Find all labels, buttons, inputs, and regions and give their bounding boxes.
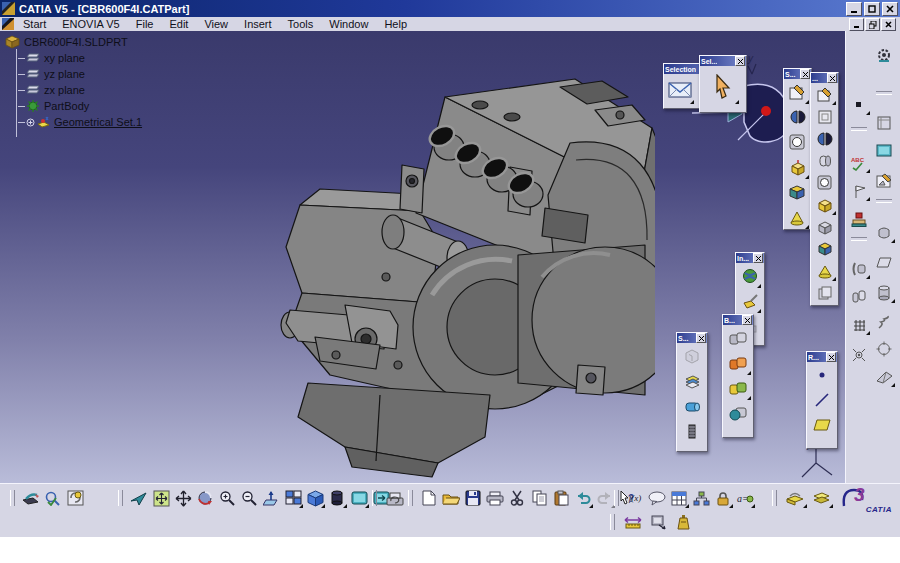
catalog-icon[interactable] <box>783 489 807 508</box>
toolbar-features[interactable]: ... <box>810 72 839 306</box>
toolbar-title-bar[interactable]: In... <box>736 253 764 263</box>
hide-show-icon[interactable] <box>349 489 369 508</box>
menu-file[interactable]: File <box>128 18 162 30</box>
view-split-icon[interactable] <box>787 105 809 129</box>
sketchpad-icon[interactable] <box>873 171 895 191</box>
child-minimize-button[interactable] <box>849 18 864 31</box>
frame-icon[interactable] <box>873 113 895 133</box>
close-icon[interactable] <box>826 352 836 362</box>
toolbar-sketcher[interactable]: S... <box>783 68 812 230</box>
cut-icon[interactable] <box>507 489 527 508</box>
zoom-out-icon[interactable] <box>239 489 259 508</box>
close-icon[interactable] <box>696 333 706 343</box>
target-icon[interactable] <box>848 345 870 365</box>
update-icon[interactable] <box>65 489 85 508</box>
menu-edit[interactable]: Edit <box>161 18 196 30</box>
toolbar-handle[interactable] <box>772 490 777 506</box>
hole-icon[interactable] <box>814 172 836 193</box>
sheet-icon[interactable] <box>873 253 895 273</box>
minimize-button[interactable] <box>846 2 862 16</box>
eraser-icon[interactable] <box>679 394 705 418</box>
maximize-button[interactable] <box>864 2 880 16</box>
explore-icon[interactable] <box>43 489 63 508</box>
toolbar-title-bar[interactable]: ... <box>811 73 838 83</box>
toolbar-title-bar[interactable]: Sel... <box>700 56 746 66</box>
design-table-icon[interactable] <box>669 489 689 508</box>
shading-icon[interactable] <box>327 489 347 508</box>
view-split-icon[interactable] <box>814 128 836 149</box>
tree-item-yz-plane[interactable]: yz plane <box>5 66 142 82</box>
grid-icon[interactable] <box>848 315 870 335</box>
engine-model[interactable] <box>140 65 655 483</box>
tree-root[interactable]: CBR600F4I.SLDPRT <box>5 34 142 50</box>
toolbar-handle[interactable] <box>614 490 619 506</box>
pan-icon[interactable] <box>173 489 193 508</box>
close-button[interactable] <box>882 2 898 16</box>
wedge-icon[interactable] <box>873 367 895 387</box>
toolbar-boolean[interactable]: B... <box>722 314 754 438</box>
remove-icon[interactable] <box>725 376 751 400</box>
pocket-icon[interactable] <box>814 216 836 237</box>
sketch-icon[interactable] <box>814 84 836 105</box>
tree-item-geometrical-set[interactable]: Geometrical Set.1 <box>5 114 142 130</box>
close-icon[interactable] <box>800 69 810 79</box>
tree-item-xy-plane[interactable]: xy plane <box>5 50 142 66</box>
toolbar-title-bar[interactable]: S... <box>677 333 707 343</box>
paint-icon[interactable] <box>21 489 41 508</box>
clamp-icon[interactable] <box>848 259 870 279</box>
toolbar-handle[interactable] <box>372 490 377 506</box>
abc-check-icon[interactable]: ABC <box>848 153 870 173</box>
broom-icon[interactable] <box>739 289 761 313</box>
menu-insert[interactable]: Insert <box>236 18 280 30</box>
graph-icon[interactable] <box>691 489 711 508</box>
tree-item-partbody[interactable]: PartBody <box>5 98 142 114</box>
redo-icon[interactable] <box>595 489 615 508</box>
monitor-icon[interactable] <box>873 141 895 161</box>
toolbar-title-bar[interactable]: S... <box>784 69 811 79</box>
menu-help[interactable]: Help <box>376 18 415 30</box>
toolbar-handle[interactable] <box>610 514 615 530</box>
pages-icon[interactable] <box>814 282 836 303</box>
close-icon[interactable] <box>735 56 745 66</box>
document-icon[interactable] <box>2 18 15 30</box>
envelope-icon[interactable] <box>666 76 694 104</box>
toolbar-reference[interactable]: R... <box>806 351 838 449</box>
equation-icon[interactable]: a= <box>735 489 755 508</box>
tree-item-zx-plane[interactable]: zx plane <box>5 82 142 98</box>
comment-icon[interactable] <box>647 489 667 508</box>
material-cube-icon[interactable] <box>787 180 809 204</box>
title-bar[interactable]: CATIA V5 - [CBR600F4I.CATPart] <box>0 0 900 17</box>
material-cube-icon[interactable] <box>814 238 836 259</box>
save-icon[interactable] <box>463 489 483 508</box>
paste-icon[interactable] <box>551 489 571 508</box>
toolbar-title-bar[interactable]: R... <box>807 352 837 362</box>
menu-enovia[interactable]: ENOVIA V5 <box>54 18 127 30</box>
copy-icon[interactable] <box>529 489 549 508</box>
prism-icon[interactable] <box>873 223 895 243</box>
add-icon[interactable] <box>725 351 751 375</box>
lock-icon[interactable] <box>713 489 733 508</box>
face-icon[interactable] <box>814 106 836 127</box>
child-restore-button[interactable] <box>865 18 880 31</box>
toolbar-dressup[interactable]: S... <box>676 332 708 452</box>
formula-icon[interactable]: f(x) <box>625 489 645 508</box>
sketch-icon[interactable] <box>787 80 809 104</box>
stamp-icon[interactable] <box>848 209 870 229</box>
plane-icon[interactable] <box>809 413 835 437</box>
cursor-icon[interactable] <box>707 70 739 104</box>
child-close-button[interactable] <box>881 18 896 31</box>
expander-icon[interactable] <box>26 118 35 127</box>
pad-icon[interactable] <box>787 155 809 179</box>
chamfer-icon[interactable] <box>814 260 836 281</box>
assemble-icon[interactable] <box>725 326 751 350</box>
open-icon[interactable] <box>441 489 461 508</box>
cylinder-icon[interactable] <box>873 283 895 303</box>
measure-between-icon[interactable] <box>621 513 645 532</box>
copier-icon[interactable] <box>383 489 407 508</box>
mass-properties-icon[interactable] <box>673 513 693 532</box>
dot-menu-icon[interactable] <box>848 95 870 115</box>
undo-icon[interactable] <box>573 489 593 508</box>
zoom-in-icon[interactable] <box>217 489 237 508</box>
measure-item-icon[interactable] <box>647 513 671 532</box>
intersect-icon[interactable] <box>725 401 751 425</box>
